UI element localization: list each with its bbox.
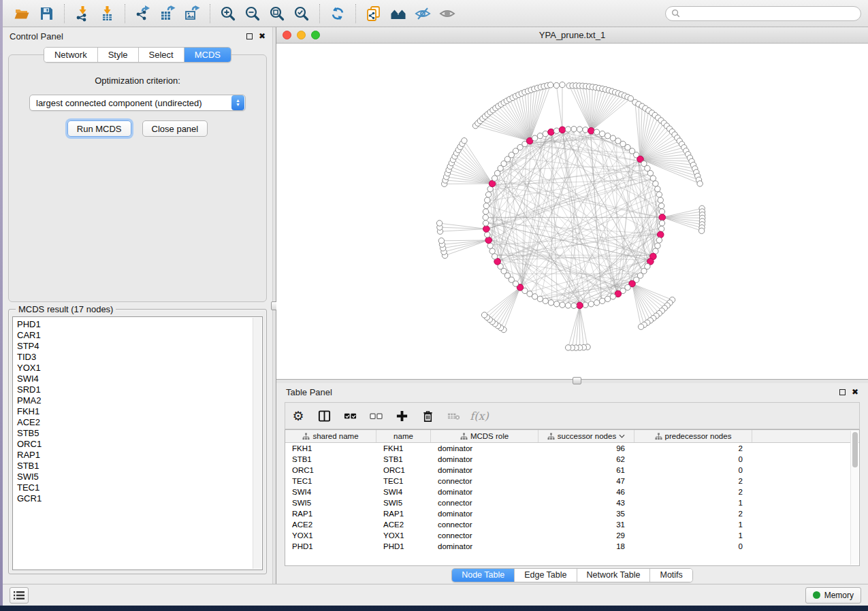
- mcds-result-item[interactable]: PMA2: [17, 395, 262, 406]
- table-cell[interactable]: 0: [634, 466, 752, 474]
- table-row[interactable]: YOX1YOX1connector291: [285, 530, 859, 541]
- table-cell[interactable]: RAP1: [376, 510, 431, 518]
- column-header[interactable]: successor nodes: [539, 430, 634, 442]
- table-row[interactable]: PHD1PHD1dominator180: [285, 541, 859, 552]
- table-cell[interactable]: 31: [539, 521, 634, 529]
- table-cell[interactable]: 2: [634, 477, 752, 485]
- table-cell[interactable]: 2: [634, 444, 752, 452]
- mcds-result-item[interactable]: FKH1: [17, 406, 262, 417]
- column-layout-button[interactable]: [317, 408, 332, 423]
- select-all-rows-button[interactable]: [342, 408, 357, 423]
- global-search-field[interactable]: [665, 6, 861, 21]
- table-scrollbar-thumb[interactable]: [852, 432, 858, 467]
- table-cell[interactable]: 29: [539, 531, 634, 540]
- table-cell[interactable]: dominator: [431, 488, 539, 496]
- table-cell[interactable]: TEC1: [376, 477, 431, 485]
- tab-mcds[interactable]: MCDS: [184, 48, 231, 62]
- mcds-result-item[interactable]: RAP1: [17, 450, 262, 461]
- column-header[interactable]: MCDS role: [431, 430, 539, 442]
- table-cell[interactable]: 0: [634, 542, 752, 550]
- table-cell[interactable]: 18: [539, 542, 634, 550]
- tab-select[interactable]: Select: [139, 48, 184, 62]
- table-cell[interactable]: 62: [539, 455, 634, 463]
- table-cell[interactable]: 43: [539, 499, 634, 507]
- column-header[interactable]: predecessor nodes: [634, 430, 752, 442]
- mcds-result-item[interactable]: ORC1: [17, 439, 262, 450]
- table-cell[interactable]: connector: [431, 477, 539, 485]
- duplicate-network-button[interactable]: [364, 3, 384, 24]
- add-column-button[interactable]: [394, 408, 409, 423]
- table-options-button[interactable]: ⚙: [291, 408, 306, 423]
- hide-details-button[interactable]: [413, 3, 433, 24]
- table-cell[interactable]: ACE2: [376, 521, 431, 529]
- mcds-result-item[interactable]: GCR1: [17, 493, 262, 504]
- mcds-result-item[interactable]: STP4: [17, 341, 262, 352]
- mcds-result-item[interactable]: SWI5: [17, 472, 262, 482]
- mcds-result-item[interactable]: ACE2: [17, 417, 262, 428]
- export-network-button[interactable]: [133, 3, 153, 24]
- tab-style[interactable]: Style: [98, 48, 139, 62]
- table-row[interactable]: ACE2ACE2connector311: [285, 519, 859, 530]
- table-cell[interactable]: dominator: [431, 466, 539, 474]
- table-cell[interactable]: connector: [431, 499, 539, 507]
- table-cell[interactable]: YOX1: [285, 531, 376, 540]
- table-cell[interactable]: 35: [539, 510, 634, 518]
- table-row[interactable]: RAP1RAP1dominator352: [285, 508, 859, 519]
- table-cell[interactable]: 61: [539, 466, 634, 474]
- delete-column-button[interactable]: [420, 408, 435, 423]
- table-cell[interactable]: ACE2: [285, 521, 376, 529]
- table-cell[interactable]: PHD1: [376, 542, 431, 550]
- zoom-in-button[interactable]: [218, 3, 238, 24]
- table-cell[interactable]: 1: [634, 521, 752, 529]
- table-cell[interactable]: ORC1: [285, 466, 376, 474]
- table-cell[interactable]: YOX1: [376, 531, 431, 540]
- table-row[interactable]: SWI5SWI5connector431: [285, 497, 859, 508]
- function-builder-button[interactable]: f(x): [472, 408, 487, 423]
- network-canvas[interactable]: [276, 44, 868, 379]
- table-cell[interactable]: connector: [431, 531, 539, 540]
- mcds-result-item[interactable]: YOX1: [17, 363, 262, 374]
- search-input[interactable]: [684, 9, 855, 18]
- close-panel-button[interactable]: Close panel: [142, 120, 208, 137]
- table-cell[interactable]: ORC1: [376, 466, 431, 474]
- zoom-out-button[interactable]: [242, 3, 263, 24]
- table-cell[interactable]: TEC1: [285, 477, 376, 485]
- table-row[interactable]: TEC1TEC1connector472: [285, 476, 859, 486]
- table-cell[interactable]: 0: [634, 455, 752, 463]
- mcds-result-list[interactable]: PHD1CAR1STP4TID3YOX1SWI4SRD1PMA2FKH1ACE2…: [12, 316, 263, 570]
- table-cell[interactable]: STB1: [285, 455, 376, 463]
- tab-motifs[interactable]: Motifs: [650, 569, 692, 582]
- table-scrollbar[interactable]: [850, 431, 858, 565]
- criterion-dropdown[interactable]: largest connected component (undirected)…: [29, 95, 246, 111]
- network-search-button[interactable]: [388, 3, 408, 24]
- import-table-button[interactable]: [97, 3, 117, 24]
- table-cell[interactable]: 46: [539, 488, 634, 496]
- table-cell[interactable]: dominator: [431, 444, 539, 452]
- column-header[interactable]: shared name: [285, 430, 376, 442]
- close-panel-icon[interactable]: ✖: [259, 32, 266, 40]
- table-cell[interactable]: SWI5: [376, 499, 431, 507]
- table-cell[interactable]: FKH1: [376, 444, 431, 452]
- column-header[interactable]: name: [376, 430, 431, 442]
- table-cell[interactable]: 96: [539, 444, 634, 452]
- close-panel-icon[interactable]: ✖: [852, 388, 858, 396]
- mcds-result-item[interactable]: SRD1: [17, 384, 262, 395]
- table-cell[interactable]: SWI4: [376, 488, 431, 496]
- table-row[interactable]: FKH1FKH1dominator962: [285, 443, 859, 454]
- table-cell[interactable]: SWI4: [285, 488, 376, 496]
- export-table-button[interactable]: [157, 3, 178, 24]
- save-session-button[interactable]: [36, 3, 57, 24]
- memory-button[interactable]: Memory: [805, 587, 861, 604]
- mcds-result-item[interactable]: CAR1: [17, 330, 262, 341]
- mcds-list-scrollbar[interactable]: [253, 318, 261, 569]
- mcds-result-item[interactable]: TID3: [17, 352, 262, 363]
- network-window-titlebar[interactable]: YPA_prune.txt_1: [276, 27, 868, 44]
- tab-network-table[interactable]: Network Table: [577, 569, 651, 582]
- mcds-result-item[interactable]: TEC1: [17, 482, 262, 493]
- birdseye-view-button[interactable]: [437, 3, 457, 24]
- mcds-result-item[interactable]: SWI4: [17, 374, 262, 384]
- tab-edge-table[interactable]: Edge Table: [515, 569, 577, 582]
- table-cell[interactable]: RAP1: [285, 510, 376, 518]
- table-cell[interactable]: STB1: [376, 455, 431, 463]
- table-cell[interactable]: 2: [634, 488, 752, 496]
